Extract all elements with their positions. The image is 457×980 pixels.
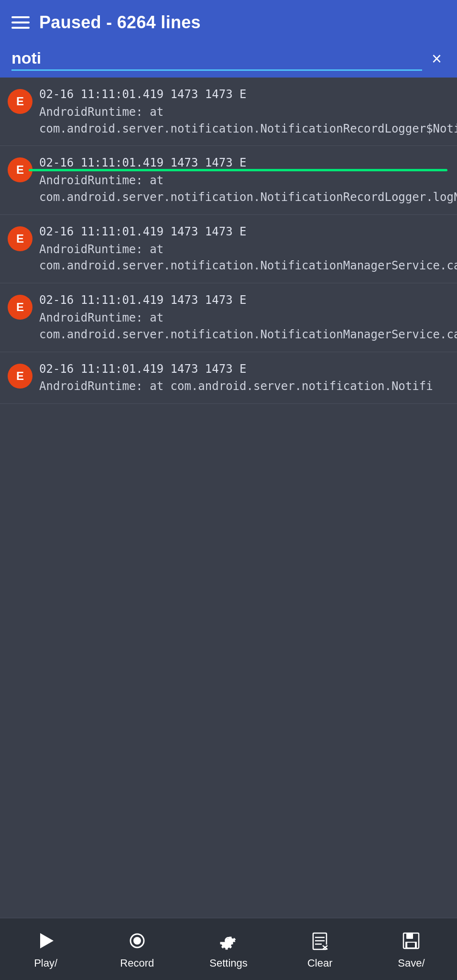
log-entry: E02-16 11:11:01.419 1473 1473 EAndroidRu… [0,352,457,404]
save-icon [402,931,421,953]
log-entry: E02-16 11:11:01.419 1473 1473 EAndroidRu… [0,146,457,214]
log-badge: E [8,89,33,114]
settings-icon [219,931,238,953]
log-text: 02-16 11:11:01.419 1473 1473 EAndroidRun… [39,292,457,343]
log-badge: E [8,226,33,251]
log-entry: E02-16 11:11:01.419 1473 1473 EAndroidRu… [0,78,457,146]
log-text: 02-16 11:11:01.419 1473 1473 EAndroidRun… [39,155,457,205]
save-button[interactable]: Save/ [366,918,457,980]
hamburger-menu-button[interactable] [11,16,30,29]
play-icon [36,931,55,953]
log-entry: E02-16 11:11:01.419 1473 1473 EAndroidRu… [0,283,457,352]
log-list: E02-16 11:11:01.419 1473 1473 EAndroidRu… [0,78,457,918]
log-badge: E [8,295,33,320]
log-badge: E [8,364,33,389]
search-input[interactable] [11,47,422,69]
clear-button[interactable]: Clear [274,918,366,980]
svg-marker-0 [40,933,54,948]
settings-button[interactable]: Settings [183,918,274,980]
log-text: 02-16 11:11:01.419 1473 1473 EAndroidRun… [39,86,457,137]
record-icon [128,931,147,953]
play-button[interactable]: Play/ [0,918,91,980]
header-title: Paused - 6264 lines [39,12,201,33]
search-input-wrapper [11,47,422,71]
bottom-toolbar: Play/Record Settings Clear Save/ [0,918,457,980]
svg-rect-13 [407,943,415,947]
search-bar: × [0,43,457,78]
settings-label: Settings [209,957,248,969]
clear-label: Clear [307,957,333,969]
record-label: Record [120,957,154,969]
svg-rect-11 [406,933,413,939]
log-badge: E [8,157,33,182]
record-button[interactable]: Record [91,918,183,980]
svg-point-2 [133,937,141,945]
clear-icon [310,931,329,953]
save-label: Save/ [398,957,424,969]
clear-search-button[interactable]: × [428,47,446,71]
log-text: 02-16 11:11:01.419 1473 1473 EAndroidRun… [39,223,457,274]
app-header: Paused - 6264 lines [0,0,457,43]
play-label: Play/ [34,957,57,969]
log-entry: E02-16 11:11:01.419 1473 1473 EAndroidRu… [0,215,457,283]
log-text: 02-16 11:11:01.419 1473 1473 EAndroidRun… [39,361,449,395]
